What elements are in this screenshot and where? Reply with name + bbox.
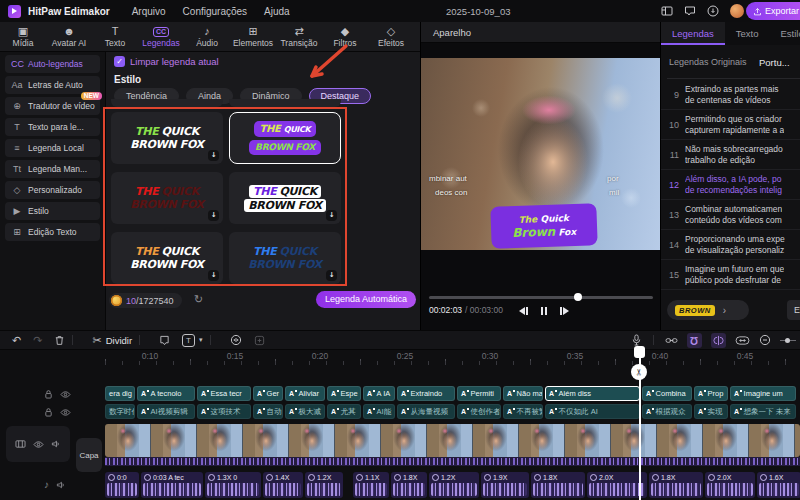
caption-clip[interactable]: A 这项技术 <box>197 404 251 419</box>
subtitle-row[interactable]: 15 Imagine um futuro em que público pode… <box>661 260 800 290</box>
sidebar-item[interactable]: ⊕ Tradutor de vídeo NEW <box>5 97 100 115</box>
caption-clip[interactable]: A 实现 <box>694 404 728 419</box>
caption-clip[interactable]: A Ger <box>253 386 283 401</box>
subtitle-row[interactable]: 14 Proporcionando uma expe de visualizaç… <box>661 230 800 260</box>
link-icon[interactable] <box>665 335 678 346</box>
caption-clip[interactable]: A Extraindo <box>397 386 455 401</box>
audio-clip[interactable]: 0:03 A tec <box>141 472 203 498</box>
subtitle-row[interactable]: 12 Além disso, a IA pode, po de recomend… <box>661 170 800 200</box>
split-view-icon[interactable] <box>711 333 726 348</box>
auto-caption-button[interactable]: Legenda Automática <box>316 291 416 308</box>
audio-clip[interactable]: 2.0X <box>705 472 755 498</box>
lock-icon[interactable] <box>44 407 53 417</box>
audio-clip[interactable]: 1.2X <box>305 472 343 498</box>
caption-clip[interactable]: A A IA <box>363 386 395 401</box>
audio-clip[interactable]: 2.0X <box>587 472 647 498</box>
caption-clip[interactable]: A era dig <box>105 386 135 401</box>
menu-item[interactable]: Ajuda <box>264 6 290 17</box>
sidebar-item[interactable]: Tt Legenda Man... <box>5 160 100 178</box>
caption-clip[interactable]: A 从海量视频 <box>397 404 455 419</box>
lock-icon[interactable] <box>44 389 53 399</box>
video-clip-thumbnails[interactable] <box>105 424 800 457</box>
toolbar-tab[interactable]: ☻ Avatar AI <box>46 22 92 51</box>
cover-button[interactable]: Capa <box>76 438 102 472</box>
eye-icon[interactable] <box>60 408 71 417</box>
video-audio-waveform[interactable] <box>105 457 800 466</box>
checkbox-checked-icon[interactable]: ✓ <box>114 56 125 67</box>
audio-clip[interactable]: 1.1X <box>353 472 389 498</box>
sidebar-item[interactable]: ≡ Legenda Local <box>5 139 100 157</box>
subtitle-tab[interactable]: Texto <box>725 22 770 45</box>
caption-clip[interactable]: A Aliviar <box>285 386 325 401</box>
subtitle-row[interactable]: 10 Permitindo que os criador capturem ra… <box>661 110 800 140</box>
playhead-scissors-icon[interactable]: ✂ <box>631 364 647 380</box>
language-dropdown[interactable]: Portu... <box>759 57 790 68</box>
caption-clip[interactable]: A 数字时代 <box>105 404 135 419</box>
audio-clip[interactable]: 1.8X <box>649 472 703 498</box>
prev-frame-button[interactable] <box>519 307 528 315</box>
caption-clip[interactable]: A 极大减 <box>285 404 325 419</box>
caption-clip[interactable]: A AI能 <box>363 404 395 419</box>
toolbar-tab[interactable]: ♪ Áudio <box>184 22 230 51</box>
audio-clip[interactable]: 1.8X <box>391 472 427 498</box>
magnet-icon[interactable]: Ω <box>687 333 702 348</box>
subtitle-row[interactable]: 13 Combinar automaticamen conteúdo dos v… <box>661 200 800 230</box>
caption-clip[interactable]: A 想象一下 未来 <box>730 404 796 419</box>
marker-icon[interactable] <box>159 335 170 346</box>
subtitle-row[interactable]: 11 Não mais sobrecarregado trabalho de e… <box>661 140 800 170</box>
sidebar-item[interactable]: CC Auto-legendas <box>5 55 100 73</box>
caption-clip[interactable]: A 根据观众 <box>642 404 692 419</box>
feedback-icon[interactable] <box>684 5 696 17</box>
toolbar-tab[interactable]: ▣ Mídia <box>0 22 46 51</box>
audio-clip[interactable]: 1.9X <box>481 472 529 498</box>
speaker-icon[interactable] <box>51 439 61 449</box>
caption-clip[interactable]: A Essa tecr <box>197 386 251 401</box>
record-mic-icon[interactable] <box>631 334 642 346</box>
sidebar-item[interactable]: ◇ Personalizado <box>5 181 100 199</box>
subtitle-tab[interactable]: Legendas <box>661 22 725 45</box>
caption-clip[interactable]: A 不再被繁 <box>503 404 543 419</box>
playhead-handle[interactable] <box>634 346 645 358</box>
eye-icon[interactable] <box>33 440 44 449</box>
toolbar-tab[interactable]: T Texto <box>92 22 138 51</box>
playback-progress-bar[interactable] <box>429 296 653 299</box>
delete-icon[interactable] <box>54 335 65 346</box>
audio-clip[interactable]: 0:0 <box>105 472 139 498</box>
caption-clip[interactable]: A 使创作者 <box>457 404 501 419</box>
styled-caption-overlay[interactable]: The Quick Brown Fox <box>490 203 597 249</box>
audio-clip[interactable]: 1.3X 0 <box>205 472 261 498</box>
audio-clip[interactable]: 1.8X <box>531 472 585 498</box>
layout-icon[interactable] <box>661 5 673 17</box>
highlight-word-button[interactable]: BROWN › <box>667 300 749 320</box>
caption-clip[interactable]: A AI视频剪辑 <box>137 404 195 419</box>
caption-clip[interactable]: A Imagine um <box>730 386 796 401</box>
menu-item[interactable]: Configurações <box>183 6 247 17</box>
audio-clip[interactable]: 1.2X <box>429 472 479 498</box>
caption-clip[interactable]: A Combina <box>642 386 692 401</box>
caption-clip[interactable]: A 不仅如此 AI <box>545 404 640 419</box>
user-avatar[interactable] <box>730 4 744 18</box>
caption-clip[interactable]: A Não ma <box>503 386 543 401</box>
next-frame-button[interactable] <box>560 307 569 315</box>
film-icon[interactable] <box>15 439 26 449</box>
fit-timeline-icon[interactable] <box>735 335 750 346</box>
export-button[interactable]: Exportar <box>746 2 800 20</box>
pause-button[interactable] <box>541 307 547 315</box>
refresh-icon[interactable]: ↻ <box>194 293 203 306</box>
caption-clip[interactable]: A Além diss <box>545 386 640 401</box>
undo-icon[interactable]: ↶ <box>12 334 21 347</box>
playback-progress-knob[interactable] <box>574 293 582 301</box>
sidebar-item[interactable]: ⊞ Edição Texto <box>5 223 100 241</box>
caption-clip[interactable]: A 尤其 <box>327 404 361 419</box>
audio-clip[interactable]: 1.4X <box>263 472 303 498</box>
audio-clip[interactable]: 1.6X <box>757 472 800 498</box>
music-note-icon[interactable]: ♪ <box>44 480 49 490</box>
clear-caption-row[interactable]: ✓ Limpar legenda atual <box>114 56 219 67</box>
split-button[interactable]: ✂ Dividir <box>92 334 132 347</box>
text-tool-button[interactable]: T▾ <box>182 334 203 347</box>
menu-item[interactable]: Arquivo <box>132 6 166 17</box>
speaker-icon[interactable] <box>56 480 66 490</box>
sidebar-item[interactable]: ▶ Estilo <box>5 202 100 220</box>
voice-icon[interactable] <box>230 334 242 346</box>
download-icon[interactable] <box>707 5 719 17</box>
